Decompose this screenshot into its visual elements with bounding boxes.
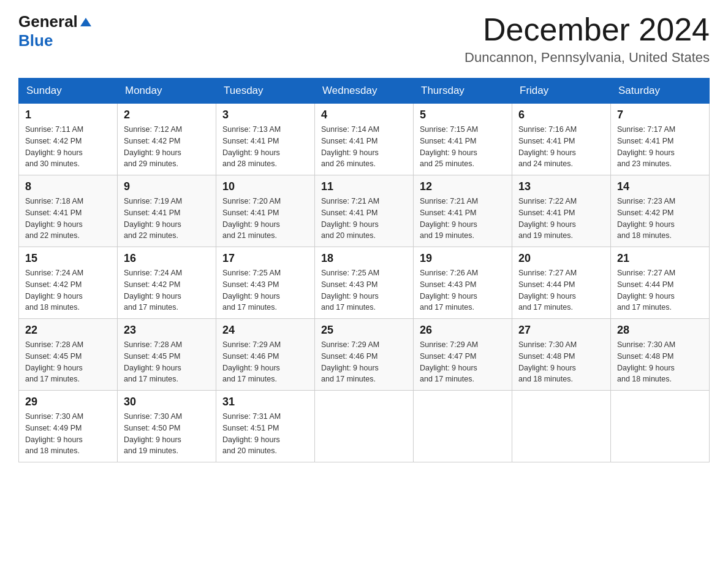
day-info: Sunrise: 7:29 AM Sunset: 4:46 PM Dayligh…: [321, 339, 407, 385]
daylight-label: Daylight: 9 hours: [420, 364, 477, 372]
day-number: 22: [25, 324, 111, 337]
day-info: Sunrise: 7:19 AM Sunset: 4:41 PM Dayligh…: [124, 196, 210, 242]
daylight-continued: and 17 minutes.: [420, 375, 474, 383]
daylight-continued: and 17 minutes.: [25, 375, 80, 383]
day-info: Sunrise: 7:28 AM Sunset: 4:45 PM Dayligh…: [25, 339, 111, 385]
sunset-label: Sunset: 4:41 PM: [518, 209, 575, 217]
day-info: Sunrise: 7:13 AM Sunset: 4:41 PM Dayligh…: [222, 124, 308, 170]
sunrise-label: Sunrise: 7:31 AM: [222, 412, 281, 421]
calendar-cell: 22 Sunrise: 7:28 AM Sunset: 4:45 PM Dayl…: [19, 319, 118, 391]
daylight-label: Daylight: 9 hours: [420, 148, 477, 157]
logo-icon: [79, 15, 93, 29]
daylight-label: Daylight: 9 hours: [420, 220, 477, 229]
calendar-cell: 30 Sunrise: 7:30 AM Sunset: 4:50 PM Dayl…: [118, 391, 216, 462]
daylight-label: Daylight: 9 hours: [321, 364, 379, 372]
day-info: Sunrise: 7:24 AM Sunset: 4:42 PM Dayligh…: [124, 267, 210, 313]
sunrise-label: Sunrise: 7:15 AM: [420, 125, 478, 134]
sunset-label: Sunset: 4:43 PM: [222, 280, 279, 289]
weekday-header-wednesday: Wednesday: [315, 79, 414, 104]
sunrise-label: Sunrise: 7:26 AM: [420, 269, 478, 277]
day-info: Sunrise: 7:30 AM Sunset: 4:49 PM Dayligh…: [25, 411, 111, 457]
calendar-cell: 5 Sunrise: 7:15 AM Sunset: 4:41 PM Dayli…: [414, 104, 512, 175]
calendar-title: December 2024: [464, 12, 710, 47]
daylight-label: Daylight: 9 hours: [124, 220, 181, 229]
calendar-cell: 29 Sunrise: 7:30 AM Sunset: 4:49 PM Dayl…: [19, 391, 118, 462]
daylight-label: Daylight: 9 hours: [222, 292, 280, 301]
weekday-header-sunday: Sunday: [19, 79, 118, 104]
week-row-4: 22 Sunrise: 7:28 AM Sunset: 4:45 PM Dayl…: [19, 319, 710, 391]
calendar-cell: 27 Sunrise: 7:30 AM Sunset: 4:48 PM Dayl…: [512, 319, 611, 391]
day-info: Sunrise: 7:27 AM Sunset: 4:44 PM Dayligh…: [617, 267, 703, 313]
day-number: 11: [321, 180, 407, 193]
sunrise-label: Sunrise: 7:24 AM: [25, 269, 83, 277]
daylight-continued: and 21 minutes.: [222, 231, 277, 240]
daylight-continued: and 17 minutes.: [124, 375, 178, 383]
day-number: 13: [518, 180, 604, 193]
daylight-label: Daylight: 9 hours: [124, 364, 181, 372]
sunrise-label: Sunrise: 7:19 AM: [124, 197, 182, 205]
sunrise-label: Sunrise: 7:18 AM: [25, 197, 83, 205]
sunset-label: Sunset: 4:43 PM: [420, 280, 476, 289]
day-info: Sunrise: 7:28 AM Sunset: 4:45 PM Dayligh…: [124, 339, 210, 385]
page-header: General Blue December 2024 Duncannon, Pe…: [18, 12, 710, 66]
day-number: 12: [420, 180, 506, 193]
calendar-cell: 31 Sunrise: 7:31 AM Sunset: 4:51 PM Dayl…: [216, 391, 315, 462]
sunset-label: Sunset: 4:51 PM: [222, 424, 279, 432]
sunset-label: Sunset: 4:41 PM: [518, 137, 575, 145]
daylight-continued: and 17 minutes.: [222, 303, 277, 312]
sunset-label: Sunset: 4:41 PM: [25, 209, 82, 217]
calendar-cell: 2 Sunrise: 7:12 AM Sunset: 4:42 PM Dayli…: [118, 104, 216, 175]
week-row-3: 15 Sunrise: 7:24 AM Sunset: 4:42 PM Dayl…: [19, 247, 710, 319]
daylight-label: Daylight: 9 hours: [25, 148, 83, 157]
sunset-label: Sunset: 4:44 PM: [617, 280, 673, 289]
calendar-cell: 17 Sunrise: 7:25 AM Sunset: 4:43 PM Dayl…: [216, 247, 315, 319]
daylight-continued: and 18 minutes.: [25, 303, 80, 312]
sunset-label: Sunset: 4:41 PM: [124, 209, 180, 217]
daylight-label: Daylight: 9 hours: [25, 364, 83, 372]
day-number: 16: [124, 252, 210, 265]
calendar-cell: 25 Sunrise: 7:29 AM Sunset: 4:46 PM Dayl…: [315, 319, 414, 391]
weekday-header-thursday: Thursday: [414, 79, 512, 104]
sunrise-label: Sunrise: 7:30 AM: [617, 340, 675, 349]
sunset-label: Sunset: 4:46 PM: [321, 352, 377, 361]
daylight-continued: and 18 minutes.: [617, 231, 672, 240]
sunset-label: Sunset: 4:41 PM: [321, 137, 377, 145]
sunset-label: Sunset: 4:47 PM: [420, 352, 476, 361]
calendar-subtitle: Duncannon, Pennsylvania, United States: [464, 50, 710, 66]
calendar-cell: 24 Sunrise: 7:29 AM Sunset: 4:46 PM Dayl…: [216, 319, 315, 391]
logo-general-text: General: [18, 12, 78, 31]
sunset-label: Sunset: 4:41 PM: [617, 137, 673, 145]
sunrise-label: Sunrise: 7:21 AM: [420, 197, 478, 205]
daylight-label: Daylight: 9 hours: [222, 220, 280, 229]
sunset-label: Sunset: 4:41 PM: [222, 209, 279, 217]
daylight-continued: and 17 minutes.: [222, 375, 277, 383]
day-number: 18: [321, 252, 407, 265]
day-number: 26: [420, 324, 506, 337]
daylight-continued: and 19 minutes.: [518, 231, 573, 240]
daylight-continued: and 29 minutes.: [124, 159, 178, 168]
daylight-continued: and 23 minutes.: [617, 159, 672, 168]
sunset-label: Sunset: 4:42 PM: [124, 280, 180, 289]
daylight-continued: and 19 minutes.: [420, 231, 474, 240]
sunrise-label: Sunrise: 7:25 AM: [222, 269, 281, 277]
day-number: 17: [222, 252, 308, 265]
weekday-header-monday: Monday: [118, 79, 216, 104]
day-number: 1: [25, 109, 111, 121]
sunset-label: Sunset: 4:42 PM: [25, 280, 82, 289]
day-number: 15: [25, 252, 111, 265]
sunrise-label: Sunrise: 7:29 AM: [420, 340, 478, 349]
sunset-label: Sunset: 4:41 PM: [321, 209, 377, 217]
sunset-label: Sunset: 4:41 PM: [222, 137, 279, 145]
day-info: Sunrise: 7:31 AM Sunset: 4:51 PM Dayligh…: [222, 411, 308, 457]
sunrise-label: Sunrise: 7:11 AM: [25, 125, 83, 134]
sunrise-label: Sunrise: 7:28 AM: [124, 340, 182, 349]
daylight-continued: and 17 minutes.: [518, 303, 573, 312]
day-info: Sunrise: 7:29 AM Sunset: 4:47 PM Dayligh…: [420, 339, 506, 385]
calendar-cell: 3 Sunrise: 7:13 AM Sunset: 4:41 PM Dayli…: [216, 104, 315, 175]
day-number: 7: [617, 109, 703, 121]
daylight-label: Daylight: 9 hours: [518, 148, 576, 157]
day-number: 24: [222, 324, 308, 337]
day-info: Sunrise: 7:22 AM Sunset: 4:41 PM Dayligh…: [518, 196, 604, 242]
daylight-continued: and 17 minutes.: [124, 303, 178, 312]
day-info: Sunrise: 7:26 AM Sunset: 4:43 PM Dayligh…: [420, 267, 506, 313]
